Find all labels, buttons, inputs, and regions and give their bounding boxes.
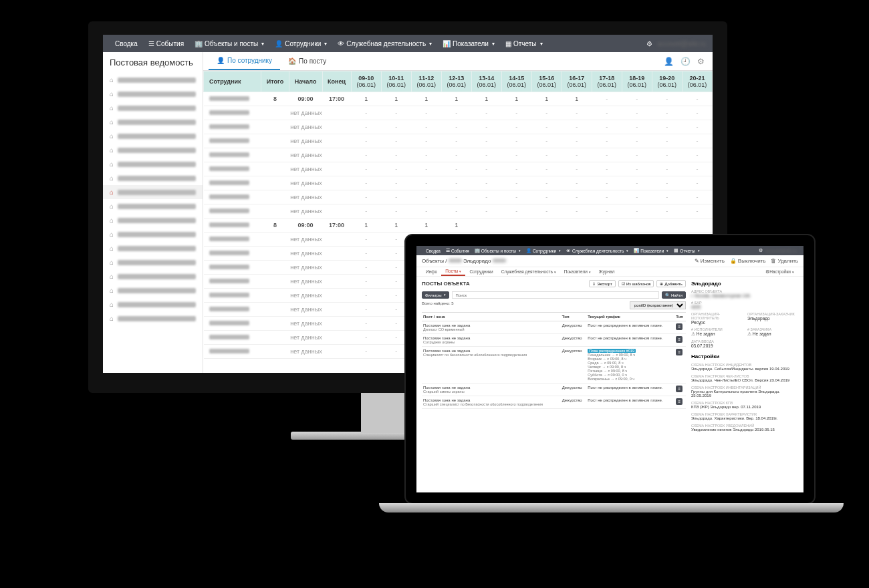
- export-button[interactable]: ⇩ Экспорт: [589, 280, 616, 287]
- settings-title: Настройки: [691, 353, 798, 359]
- breadcrumb-root[interactable]: Объекты: [422, 258, 444, 264]
- home-icon: ⌂: [110, 90, 114, 98]
- sidebar-item[interactable]: ⌂: [103, 101, 203, 115]
- disable-button[interactable]: 🔒 Выключить: [730, 258, 766, 264]
- sidebar-item[interactable]: ⌂: [103, 115, 203, 129]
- l-nav-reports[interactable]: ▦ Отчеты: [671, 246, 702, 255]
- gear-icon-2[interactable]: ⚙: [697, 57, 705, 66]
- posts-panel: ПОСТЫ ОБЪЕКТА ⇩ Экспорт ☑ Из шаблонов ⊕ …: [422, 281, 686, 432]
- tab-info[interactable]: Инфо: [422, 267, 441, 276]
- breadcrumb-current: Эльдорадо: [463, 258, 491, 264]
- l-nav-kpi[interactable]: 📊 Показатели: [631, 246, 671, 255]
- l-account-label[interactable]: account@site.ru: [765, 249, 797, 253]
- find-button[interactable]: 🔍 Найти: [662, 291, 686, 299]
- sidebar-item[interactable]: ⌂: [103, 311, 203, 325]
- home-icon: ⌂: [110, 76, 114, 84]
- l-nav-objects[interactable]: 🏢 Объекты и посты: [472, 246, 523, 255]
- edit-button[interactable]: ✎ Изменить: [695, 258, 725, 264]
- nav-reports[interactable]: ▦ Отчеты: [500, 35, 548, 52]
- sidebar-item[interactable]: ⌂: [103, 227, 203, 241]
- table-row[interactable]: 809:0017:0011111111----: [204, 92, 713, 106]
- home-icon: ⌂: [110, 231, 114, 238]
- total-found: Всего найдено: 5: [422, 301, 454, 309]
- table-row[interactable]: нет данных------------: [204, 134, 713, 148]
- add-button[interactable]: ⊕ Добавить: [656, 280, 686, 287]
- table-row[interactable]: Постовая зона не заданаДилпост СО времен…: [422, 321, 686, 334]
- home-icon: ⌂: [110, 146, 114, 154]
- tab-employees[interactable]: Сотрудники: [465, 267, 497, 276]
- sidebar-item[interactable]: ⌂: [103, 157, 203, 171]
- home-icon: ⌂: [110, 259, 114, 266]
- clock-icon[interactable]: 🕘: [680, 57, 691, 66]
- table-row[interactable]: Постовая зона не заданаСтарший специалис…: [422, 396, 686, 409]
- row-menu-icon[interactable]: ≡: [676, 398, 682, 405]
- home-icon: ⌂: [110, 188, 114, 196]
- sidebar-item[interactable]: ⌂: [103, 171, 203, 185]
- sidebar-title: Постовая ведомость: [103, 52, 203, 73]
- laptop-screen: Сводка ☰ События 🏢 Объекты и посты 👤 Сот…: [416, 246, 803, 492]
- l-nav-summary[interactable]: Сводка: [423, 246, 443, 255]
- l-nav-employees[interactable]: 👤 Сотрудники: [523, 246, 564, 255]
- template-button[interactable]: ☑ Из шаблонов: [618, 280, 654, 287]
- search-input[interactable]: [452, 291, 658, 299]
- row-menu-icon[interactable]: ≡: [676, 323, 682, 330]
- sidebar-item[interactable]: ⌂: [103, 143, 203, 157]
- nav-employees[interactable]: 👤 Сотрудники: [269, 35, 332, 52]
- nav-summary[interactable]: Сводка: [110, 35, 143, 52]
- table-row[interactable]: Постовая зона не заданаСпециалист по без…: [422, 347, 686, 384]
- tab-kpi[interactable]: Показатели: [560, 267, 595, 276]
- tab-posts[interactable]: Посты: [441, 267, 465, 276]
- nav-duty[interactable]: 👁 Служебная деятельность: [332, 35, 437, 52]
- table-row[interactable]: нет данных------------: [204, 162, 713, 176]
- sidebar-item[interactable]: ⌂: [103, 255, 203, 269]
- breadcrumb-bar: Объекты / Эльдорадо ✎ Изменить 🔒 Выключи…: [416, 255, 803, 267]
- sidebar-item[interactable]: ⌂: [103, 297, 203, 311]
- table-row[interactable]: нет данных------------: [204, 204, 713, 218]
- home-icon: ⌂: [110, 202, 114, 210]
- nav-kpi[interactable]: 📊 Показатели: [437, 35, 500, 52]
- nav-events[interactable]: ☰ События: [143, 35, 189, 52]
- sidebar-item[interactable]: ⌂: [103, 269, 203, 283]
- home-icon: ⌂: [110, 287, 114, 294]
- row-menu-icon[interactable]: ≡: [676, 386, 682, 392]
- gear-icon[interactable]: ⚙: [646, 40, 652, 47]
- sidebar-item[interactable]: ⌂: [103, 283, 203, 297]
- laptop-base: [379, 503, 844, 512]
- tab-duty[interactable]: Служебная деятельность: [497, 267, 560, 276]
- filters-button[interactable]: Фильтры: [422, 291, 449, 299]
- row-menu-icon[interactable]: ≡: [676, 349, 682, 355]
- sidebar-item[interactable]: ⌂: [103, 241, 203, 255]
- nav-objects[interactable]: 🏢 Объекты и посты: [189, 35, 269, 52]
- home-icon: ⌂: [110, 273, 114, 280]
- sidebar-item[interactable]: ⌂: [103, 213, 203, 227]
- l-nav-duty[interactable]: 👁 Служебная деятельность: [564, 246, 631, 255]
- table-row[interactable]: нет данных------------: [204, 120, 713, 134]
- sidebar-item[interactable]: ⌂: [103, 185, 203, 199]
- sidebar-item[interactable]: ⌂: [103, 87, 203, 101]
- tab-by-post[interactable]: 🏠 По посту: [280, 52, 334, 70]
- table-row[interactable]: нет данных------------: [204, 106, 713, 120]
- sort-select[interactable]: postID (возрастание): [630, 301, 686, 309]
- sidebar-item[interactable]: ⌂: [103, 199, 203, 213]
- table-row[interactable]: Постовая зона не заданаСтарший смены охр…: [422, 384, 686, 396]
- user-icon[interactable]: 👤: [664, 57, 674, 66]
- table-row[interactable]: Постовая зона не заданаСотрудник охраныД…: [422, 334, 686, 347]
- table-row[interactable]: нет данных------------: [204, 148, 713, 162]
- delete-button[interactable]: 🗑 Удалить: [771, 258, 798, 264]
- home-icon: ⌂: [110, 216, 114, 224]
- tab-settings[interactable]: ⚙ Настройки: [761, 267, 798, 276]
- tab-by-employee[interactable]: 👤 По сотруднику: [209, 52, 280, 70]
- l-gear-icon[interactable]: ⚙: [759, 248, 763, 253]
- view-tabs: 👤 По сотруднику 🏠 По посту 👤 🕘 ⚙: [203, 52, 713, 71]
- table-row[interactable]: нет данных------------: [204, 176, 713, 190]
- sidebar-item[interactable]: ⌂: [103, 129, 203, 143]
- row-menu-icon[interactable]: ≡: [676, 336, 682, 343]
- breadcrumb: Объекты / Эльдорадо: [422, 258, 506, 264]
- account-label[interactable]: account@site.ru: [658, 40, 706, 47]
- table-row[interactable]: 809:0017:001111: [204, 218, 713, 233]
- table-row[interactable]: нет данных------------: [204, 190, 713, 204]
- sidebar-item[interactable]: ⌂: [103, 73, 203, 87]
- l-nav-events[interactable]: ☰ События: [443, 246, 472, 255]
- home-icon: ⌂: [110, 132, 114, 140]
- tab-journal[interactable]: Журнал: [595, 267, 619, 276]
